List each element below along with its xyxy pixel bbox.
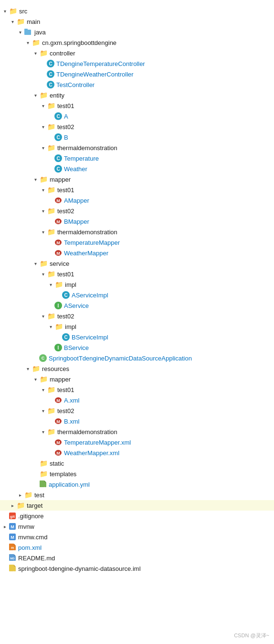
expand-arrow[interactable] [16, 30, 24, 35]
expand-arrow[interactable] [39, 229, 47, 235]
tree-item[interactable]: MDREADME.md [0, 553, 274, 563]
tree-item[interactable]: 📁mapper [0, 374, 274, 384]
expand-arrow[interactable] [39, 408, 47, 414]
tree-item[interactable]: 📁test [0, 490, 274, 500]
tree-item[interactable]: 📁thermaldemonstration [0, 142, 274, 153]
tree-item[interactable]: 📁target [0, 500, 274, 511]
tree-item[interactable]: CBServiceImpl [0, 332, 274, 342]
tree-item[interactable]: Mmvnw.cmd [0, 532, 274, 542]
expand-arrow[interactable] [32, 261, 39, 266]
tree-item[interactable]: 📁main [0, 16, 274, 27]
tree-item[interactable]: 📁static [0, 458, 274, 469]
item-label: springboot-tdengine-dynamic-datasource.i… [18, 565, 141, 572]
item-label: AMapper [64, 197, 89, 204]
expand-arrow[interactable] [39, 429, 47, 435]
tree-item[interactable]: MAMapper [0, 195, 274, 206]
folder-special-icon [24, 28, 32, 36]
expand-arrow[interactable] [47, 282, 54, 287]
expand-arrow[interactable] [39, 387, 47, 393]
expand-arrow[interactable] [32, 377, 39, 382]
svg-text:M: M [56, 451, 60, 456]
tree-item[interactable]: MWeatherMapper [0, 248, 274, 258]
expand-arrow[interactable] [24, 40, 32, 45]
expand-arrow[interactable] [39, 314, 47, 319]
tree-item[interactable]: 📁test01 [0, 185, 274, 195]
tree-item[interactable]: CTemperature [0, 153, 274, 164]
tree-item[interactable]: 📁templates [0, 469, 274, 479]
tree-item[interactable]: 📁test02 [0, 405, 274, 416]
tree-item[interactable]: MTemperatureMapper [0, 237, 274, 248]
tree-item[interactable]: IBService [0, 342, 274, 353]
svg-rect-35 [9, 565, 14, 571]
expand-arrow[interactable] [9, 503, 16, 508]
tree-item[interactable]: java [0, 27, 274, 37]
expand-arrow[interactable] [39, 187, 47, 193]
tree-item[interactable]: CA [0, 111, 274, 121]
item-label: target [27, 502, 42, 509]
expand-arrow[interactable] [39, 103, 47, 109]
expand-arrow[interactable] [32, 177, 39, 182]
class-icon: C [54, 154, 62, 162]
tree-item[interactable]: 📁controller [0, 48, 274, 58]
folder-icon: 📁 [39, 259, 48, 268]
item-label: B.xml [64, 418, 80, 425]
tree-item[interactable]: 📁src [0, 6, 274, 16]
tree-item[interactable]: 📁thermaldemonstration [0, 227, 274, 237]
item-label: WeatherMapper [64, 250, 108, 257]
tree-item[interactable]: CSpringbootTdengineDynamicDataSourceAppl… [0, 353, 274, 363]
expand-arrow[interactable] [1, 524, 9, 529]
expand-arrow[interactable] [39, 145, 47, 151]
tree-item[interactable]: 📁test02 [0, 121, 274, 132]
expand-arrow[interactable] [9, 19, 16, 24]
tree-item[interactable]: 📁thermaldemonstration [0, 426, 274, 437]
tree-item[interactable]: IAService [0, 300, 274, 311]
tree-item[interactable]: 📁impl [0, 321, 274, 332]
expand-arrow[interactable] [32, 93, 39, 98]
tree-item[interactable]: MTemperatureMapper.xml [0, 437, 274, 448]
folder-icon: 📁 [39, 175, 48, 184]
expand-arrow[interactable] [47, 324, 54, 329]
tree-item[interactable]: git.gitignore [0, 511, 274, 521]
tree-item[interactable]: MA.xml [0, 395, 274, 405]
tree-item[interactable]: CTDengineWeatherController [0, 69, 274, 79]
tree-item[interactable]: MWeatherMapper.xml [0, 448, 274, 458]
tree-item[interactable]: MB.xml [0, 416, 274, 426]
expand-arrow[interactable] [39, 272, 47, 277]
tree-item[interactable]: 📁cn.gxm.springboottdengine [0, 37, 274, 48]
item-label: B [64, 134, 68, 141]
tree-item[interactable]: CB [0, 132, 274, 142]
tree-item[interactable]: CTDengineTemperatureController [0, 58, 274, 69]
item-label: templates [50, 470, 76, 478]
folder-icon: 📁 [39, 375, 48, 383]
folder-icon: 📁 [54, 322, 63, 331]
tree-item[interactable]: springboot-tdengine-dynamic-datasource.i… [0, 563, 274, 574]
expand-arrow[interactable] [32, 51, 39, 56]
expand-arrow[interactable] [1, 9, 9, 14]
tree-item[interactable]: 📁test01 [0, 384, 274, 395]
item-label: impl [65, 323, 76, 330]
expand-arrow[interactable] [24, 366, 32, 371]
tree-item[interactable]: 📁service [0, 258, 274, 269]
tree-item[interactable]: 📁resources [0, 363, 274, 374]
item-label: resources [42, 365, 69, 372]
tree-item[interactable]: 📁impl [0, 279, 274, 290]
tree-item[interactable]: CAServiceImpl [0, 290, 274, 300]
tree-item[interactable]: CWeather [0, 164, 274, 174]
expand-arrow[interactable] [39, 208, 47, 214]
tree-item[interactable]: Mmvnw [0, 521, 274, 532]
tree-item[interactable]: 📁test01 [0, 269, 274, 279]
tree-item[interactable]: CTestController [0, 79, 274, 90]
folder-icon: 📁 [32, 364, 40, 373]
expand-arrow[interactable] [16, 492, 24, 498]
tree-item[interactable]: 📁test02 [0, 206, 274, 216]
tree-item[interactable]: 📁mapper [0, 174, 274, 185]
tree-item[interactable]: 📁test01 [0, 100, 274, 111]
tree-item[interactable]: MBMapper [0, 216, 274, 227]
expand-arrow[interactable] [39, 124, 47, 130]
tree-item[interactable]: mpom.xml [0, 542, 274, 553]
mvn-icon: M [9, 523, 16, 530]
tree-item[interactable]: 📁entity [0, 90, 274, 100]
tree-item[interactable]: 📁test02 [0, 311, 274, 321]
mapper-icon: M [54, 218, 62, 225]
tree-item[interactable]: application.yml [0, 479, 274, 490]
